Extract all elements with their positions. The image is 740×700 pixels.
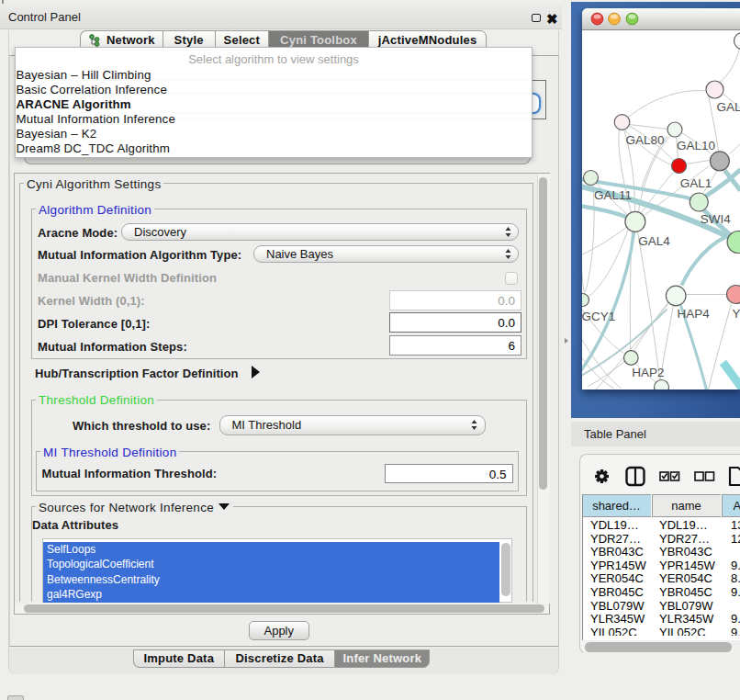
svg-text:GAL10: GAL10 [677,139,715,152]
svg-text:GAL7: GAL7 [716,100,740,114]
svg-text:GAL11: GAL11 [593,188,631,202]
svg-text:GAL4: GAL4 [638,234,670,248]
svg-text:HAP2: HAP2 [632,366,664,379]
svg-text:GCY1: GCY1 [582,309,615,322]
svg-text:HAP4: HAP4 [677,307,710,321]
svg-text:GAL80: GAL80 [625,133,664,147]
svg-text:YJ: YJ [732,307,740,321]
svg-text:GAL1: GAL1 [679,175,712,189]
svg-text:SWI4: SWI4 [700,212,730,226]
